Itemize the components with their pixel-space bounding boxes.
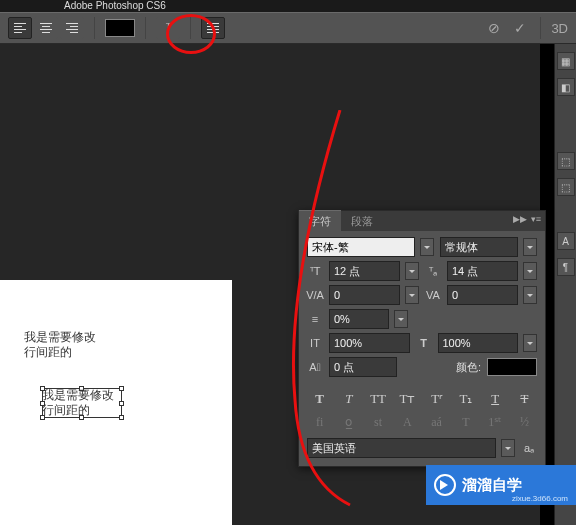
align-left-button[interactable]: [8, 17, 32, 39]
dock-panel-icon[interactable]: ⬚: [557, 178, 575, 196]
underline-button[interactable]: T: [486, 391, 504, 407]
align-group: [8, 17, 84, 39]
dock-panel-icon[interactable]: A: [557, 232, 575, 250]
color-label: 颜色:: [456, 360, 481, 375]
canvas[interactable]: 我是需要修改 行间距的 我是需要修改 行间距的: [0, 280, 232, 525]
logo-url: zixue.3d66.com: [512, 494, 568, 503]
italic-button[interactable]: T: [340, 391, 358, 407]
tracking-icon: VA: [425, 287, 441, 303]
kerning-field[interactable]: 0: [329, 285, 400, 305]
dock-panel-icon[interactable]: ▦: [557, 52, 575, 70]
leading-icon: ᵀₐ: [425, 263, 441, 279]
scale-icon: ≡: [307, 311, 323, 327]
vscale-field[interactable]: 100%: [329, 333, 410, 353]
text-block-2[interactable]: 我是需要修改 行间距的: [42, 388, 114, 418]
warp-text-button[interactable]: ᵀ: [156, 17, 180, 39]
font-family-field[interactable]: 宋体-繁: [307, 237, 415, 257]
title-bar: Adobe Photoshop CS6: [0, 0, 576, 12]
dropdown-icon[interactable]: [501, 439, 515, 457]
font-size-field[interactable]: 12 点: [329, 261, 400, 281]
vscale-icon: IT: [307, 335, 323, 351]
font-size-icon: ᵀT: [307, 263, 323, 279]
dropdown-icon[interactable]: [405, 262, 419, 280]
contextual-button[interactable]: T: [457, 415, 475, 430]
3d-button[interactable]: 3D: [551, 21, 568, 36]
strike-button[interactable]: T: [515, 391, 533, 407]
dock-panel-icon[interactable]: ¶: [557, 258, 575, 276]
dropdown-icon[interactable]: [523, 334, 537, 352]
separator: [190, 17, 191, 39]
bold-button[interactable]: T: [311, 391, 329, 407]
text-color-swatch[interactable]: [105, 19, 135, 37]
antialiasing-icon: aₐ: [521, 440, 537, 456]
character-panel: 字符 段落 ▶▶▾≡ 宋体-繁 常规体 ᵀT 12 点 ᵀₐ 14 点 V/A …: [298, 210, 546, 467]
hscale-icon: T: [416, 335, 432, 351]
font-style-field[interactable]: 常规体: [440, 237, 518, 257]
align-right-button[interactable]: [60, 17, 84, 39]
app-title: Adobe Photoshop CS6: [64, 0, 166, 11]
opentype-bar: fi o̲ st A aá T 1ˢᵗ ½: [299, 411, 545, 434]
tracking-field[interactable]: 0: [447, 285, 518, 305]
hscale-field[interactable]: 100%: [438, 333, 519, 353]
watermark-logo: 溜溜自学 zixue.3d66.com: [426, 465, 576, 505]
ligature-button[interactable]: fi: [311, 415, 329, 430]
dropdown-icon[interactable]: [523, 262, 537, 280]
separator: [94, 17, 95, 39]
type-style-bar: T T TT Tᴛ Tʳ T₁ T T: [299, 387, 545, 411]
dropdown-icon[interactable]: [420, 238, 434, 256]
scale-field[interactable]: 0%: [329, 309, 389, 329]
dropdown-icon[interactable]: [394, 310, 408, 328]
superscript-button[interactable]: Tʳ: [428, 391, 446, 407]
dropdown-icon[interactable]: [523, 238, 537, 256]
half-button[interactable]: ½: [515, 415, 533, 430]
logo-text: 溜溜自学: [462, 476, 522, 495]
fraction-button[interactable]: 1ˢᵗ: [486, 415, 504, 430]
smallcaps-button[interactable]: Tᴛ: [398, 391, 416, 407]
leading-field[interactable]: 14 点: [447, 261, 518, 281]
commit-icon[interactable]: ✓: [510, 20, 530, 36]
allcaps-button[interactable]: TT: [369, 391, 387, 407]
dock-panel-icon[interactable]: ⬚: [557, 152, 575, 170]
ordinal-button[interactable]: o̲: [340, 415, 358, 430]
panel-menu-icon[interactable]: ▾≡: [531, 214, 541, 224]
separator: [145, 17, 146, 39]
color-swatch[interactable]: [487, 358, 537, 376]
right-dock: ▦ ◧ ⬚ ⬚ A ¶: [554, 44, 576, 525]
separator: [540, 17, 541, 39]
character-panel-button[interactable]: [201, 17, 225, 39]
baseline-icon: Aͣ: [307, 359, 323, 375]
cancel-icon[interactable]: ⊘: [484, 20, 504, 36]
panel-collapse-icon[interactable]: ▶▶: [513, 214, 527, 224]
play-icon: [434, 474, 456, 496]
titling-button[interactable]: aá: [428, 415, 446, 430]
swash-button[interactable]: A: [398, 415, 416, 430]
text-block-1: 我是需要修改 行间距的: [24, 330, 96, 360]
kerning-icon: V/A: [307, 287, 323, 303]
panel-tabs: 字符 段落 ▶▶▾≡: [299, 211, 545, 231]
tab-paragraph[interactable]: 段落: [341, 211, 383, 231]
language-field[interactable]: 美国英语: [307, 438, 496, 458]
dropdown-icon[interactable]: [405, 286, 419, 304]
dock-panel-icon[interactable]: ◧: [557, 78, 575, 96]
subscript-button[interactable]: T₁: [457, 391, 475, 407]
dropdown-icon[interactable]: [523, 286, 537, 304]
baseline-field[interactable]: 0 点: [329, 357, 397, 377]
tab-character[interactable]: 字符: [299, 210, 341, 231]
stylistic-button[interactable]: st: [369, 415, 387, 430]
align-center-button[interactable]: [34, 17, 58, 39]
options-bar: ᵀ ⊘ ✓ 3D: [0, 12, 576, 44]
